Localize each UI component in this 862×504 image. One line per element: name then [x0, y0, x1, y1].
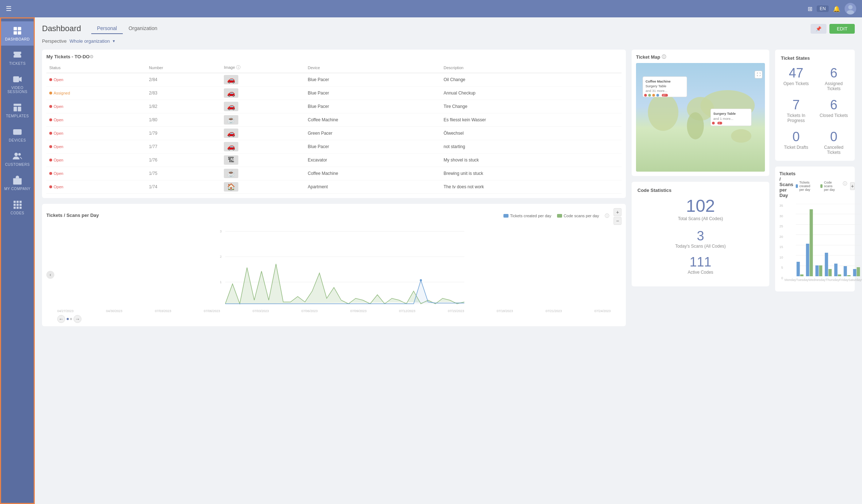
chart-zoom-out[interactable]: −	[614, 217, 622, 225]
sidebar-item-codes[interactable]: CODES	[1, 195, 34, 219]
table-row[interactable]: Assigned 2/83 🚗 Blue Pacer Annual Checku…	[46, 87, 622, 100]
top-nav-right: ⊞ EN 🔔	[808, 3, 856, 14]
cell-number: 1/79	[146, 127, 221, 140]
settings-icon[interactable]: ⚙	[89, 54, 94, 59]
chart-date-prev[interactable]: ←	[57, 315, 65, 323]
sidebar-label-dashboard: DASHBOARD	[5, 37, 30, 41]
svg-point-14	[18, 153, 21, 156]
table-row[interactable]: Open 1/79 🚗 Green Pacer Ölwechsel	[46, 127, 622, 140]
lang-badge[interactable]: EN	[817, 5, 829, 12]
todays-scans-stat: 3 Today's Scans (All Codes)	[637, 228, 763, 249]
tab-bar: Personal Organization	[91, 23, 163, 34]
tab-personal[interactable]: Personal	[91, 23, 123, 34]
cell-device: Green Pacer	[305, 127, 441, 140]
chart-legend: Tickets created per day Code scans per d…	[503, 213, 609, 219]
svg-text:27: 27	[663, 94, 666, 97]
col-status: Status	[46, 62, 146, 73]
content-grid: My Tickets - TO-DO ⚙ Status Number Image…	[42, 50, 855, 326]
svg-text:and 1 more...: and 1 more...	[714, 117, 733, 121]
cell-status: Open	[46, 180, 146, 194]
svg-marker-7	[19, 77, 22, 82]
svg-rect-15	[13, 178, 21, 185]
table-row[interactable]: Open 1/82 🚗 Blue Pacer Tire Change	[46, 100, 622, 113]
top-nav: ☰ ⊞ EN 🔔	[0, 0, 862, 17]
hamburger-icon[interactable]: ☰	[6, 5, 12, 13]
table-row[interactable]: Open 1/76 🏗 Excavator My shovel is stuck	[46, 154, 622, 167]
state-label: Tickets In Progress	[781, 113, 811, 123]
sidebar-item-tickets[interactable]: TICKETS	[1, 46, 34, 70]
grid-icon[interactable]: ⊞	[808, 5, 812, 12]
sidebar-label-tickets: TICKETS	[9, 62, 26, 66]
cell-image: 🚗	[221, 73, 305, 87]
state-label: Open Tickets	[781, 81, 811, 86]
edit-button[interactable]: EDIT	[829, 24, 855, 34]
svg-rect-8	[14, 104, 21, 106]
perspective-dropdown[interactable]: Whole organization ▼	[70, 38, 116, 44]
svg-rect-2	[14, 27, 17, 30]
cell-status: Open	[46, 73, 146, 87]
page-title: Dashboard	[42, 24, 81, 33]
sidebar-item-templates[interactable]: TEMPLATES	[1, 98, 34, 122]
state-number: 6	[819, 98, 849, 112]
sidebar-item-mycompany[interactable]: MY COMPANY	[1, 171, 34, 195]
sidebar-item-dashboard[interactable]: DASHBOARD	[1, 21, 34, 46]
top-chart-section: Tickets / Scans per Day Tickets created …	[42, 204, 626, 326]
svg-rect-21	[14, 207, 16, 209]
svg-rect-67	[800, 274, 803, 276]
svg-rect-70	[815, 265, 819, 276]
table-row[interactable]: Open 1/74 🏠 Apartment The tv does not wo…	[46, 180, 622, 194]
svg-text:2: 2	[220, 255, 222, 259]
cell-status: Open	[46, 167, 146, 180]
table-row[interactable]: Open 1/75 ☕ Coffee Machine Brewing unit …	[46, 167, 622, 180]
cell-description: The tv does not work	[441, 180, 622, 194]
ticket-states-section: Ticket States 47 Open Tickets 6 Assigned…	[775, 50, 855, 161]
cell-number: 2/83	[146, 87, 221, 100]
table-row[interactable]: Open 1/80 ☕ Coffee Machine Es fliesst ke…	[46, 113, 622, 127]
total-scans-number: 102	[637, 197, 763, 215]
sidebar-item-customers[interactable]: CUSTOMERS	[1, 147, 34, 171]
states-title: Ticket States	[781, 55, 849, 61]
todays-scans-number: 3	[637, 228, 763, 244]
page-header: Dashboard Personal Organization 📌 EDIT	[42, 23, 855, 34]
cell-number: 1/82	[146, 100, 221, 113]
svg-point-1	[847, 10, 854, 14]
svg-rect-9	[14, 107, 17, 112]
chart-info-icon[interactable]: ⓘ	[605, 213, 609, 219]
svg-text:1: 1	[220, 280, 222, 284]
map-title-text: Ticket Map	[636, 54, 660, 60]
cell-description: Brewing unit is stuck	[441, 167, 622, 180]
table-row[interactable]: Open 1/77 🚗 Blue Pacer not starting	[46, 140, 622, 154]
dropdown-arrow-icon: ▼	[112, 39, 116, 43]
pin-button[interactable]: 📌	[811, 24, 827, 34]
sidebar-item-video[interactable]: VIDEO SESSIONS	[1, 70, 34, 98]
user-avatar[interactable]	[845, 3, 856, 14]
chart-zoom-in[interactable]: +	[614, 208, 622, 216]
btm-chart-info-icon[interactable]: ⓘ	[843, 181, 847, 192]
states-grid: 47 Open Tickets 6 Assigned Tickets 7 Tic…	[781, 67, 849, 155]
svg-point-12	[16, 131, 19, 133]
svg-rect-72	[825, 253, 828, 276]
svg-rect-26	[20, 201, 22, 203]
map-section: Ticket Map ⓘ	[632, 50, 769, 176]
cell-device: Blue Pacer	[305, 87, 441, 100]
cell-description: Es fliesst kein Wasser	[441, 113, 622, 127]
svg-point-44	[644, 94, 646, 96]
bell-icon[interactable]: 🔔	[833, 5, 840, 12]
mycompany-icon	[12, 175, 22, 185]
code-stats-title: Code Statistics	[637, 188, 763, 193]
chart-date-next[interactable]: →	[74, 315, 81, 323]
chart-prev[interactable]: ‹	[46, 271, 54, 279]
state-label: Cancelled Tickets	[819, 145, 849, 155]
svg-rect-79	[857, 267, 860, 276]
svg-rect-78	[853, 269, 856, 276]
btm-legend-tickets: Tickets created per day	[799, 181, 815, 192]
state-number: 0	[819, 130, 849, 143]
sidebar-item-devices[interactable]: DEVICES	[1, 122, 34, 147]
btm-chart-plus[interactable]: +	[850, 182, 855, 190]
table-row[interactable]: Open 2/84 🚗 Blue Pacer Oil Change	[46, 73, 622, 87]
map-info-icon[interactable]: ⓘ	[662, 54, 666, 60]
tickets-table-wrapper: Status Number Image ⓘ Device Description…	[46, 62, 622, 194]
code-stats-section: Code Statistics 102 Total Scans (All Cod…	[632, 182, 769, 286]
col-image: Image ⓘ	[221, 62, 305, 73]
tab-organization[interactable]: Organization	[123, 23, 163, 34]
